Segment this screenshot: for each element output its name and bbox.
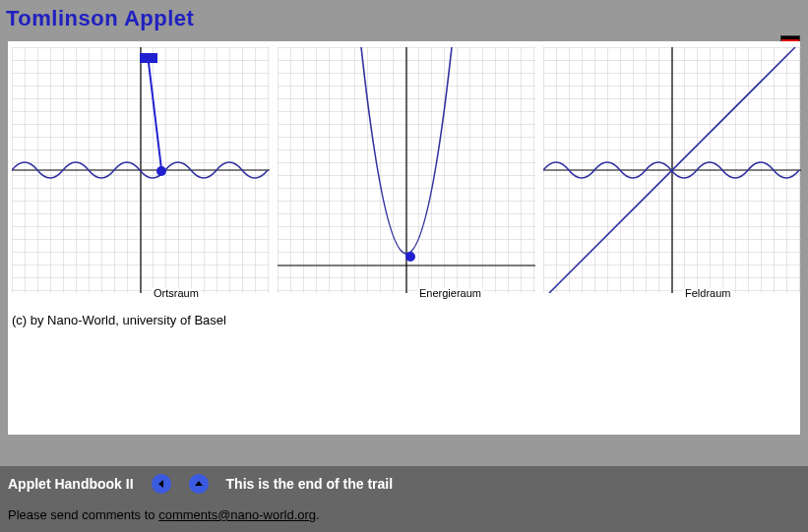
copyright-text: (c) by Nano-World, university of Basel <box>8 303 800 337</box>
trail-end-text: This is the end of the trail <box>226 476 394 492</box>
panel-label-ortsraum: Ortsraum <box>152 287 201 299</box>
page-title: Tomlinson Applet <box>6 6 802 31</box>
panel-ortsraum[interactable]: Ortsraum <box>12 47 270 303</box>
tip-marker <box>156 166 166 176</box>
energy-marker <box>405 252 415 262</box>
comments-email-link[interactable]: comments@nano-world.org <box>158 507 316 522</box>
panel-feldraum[interactable]: Feldraum <box>543 47 801 303</box>
panel-label-energieraum: Energieraum <box>417 287 483 299</box>
applet-canvas: Ortsraum Energieraum Feldraum <box>8 41 800 435</box>
tip-support <box>140 53 157 63</box>
footer: Applet Handbook II This is the end of th… <box>0 466 808 532</box>
comments-line: Please send comments to comments@nano-wo… <box>8 507 800 522</box>
nav-back-icon[interactable] <box>152 474 171 494</box>
panel-energieraum[interactable]: Energieraum <box>278 47 535 303</box>
panel-label-feldraum: Feldraum <box>683 287 732 299</box>
nav-up-icon[interactable] <box>189 474 209 494</box>
handbook-label: Applet Handbook II <box>8 476 134 492</box>
